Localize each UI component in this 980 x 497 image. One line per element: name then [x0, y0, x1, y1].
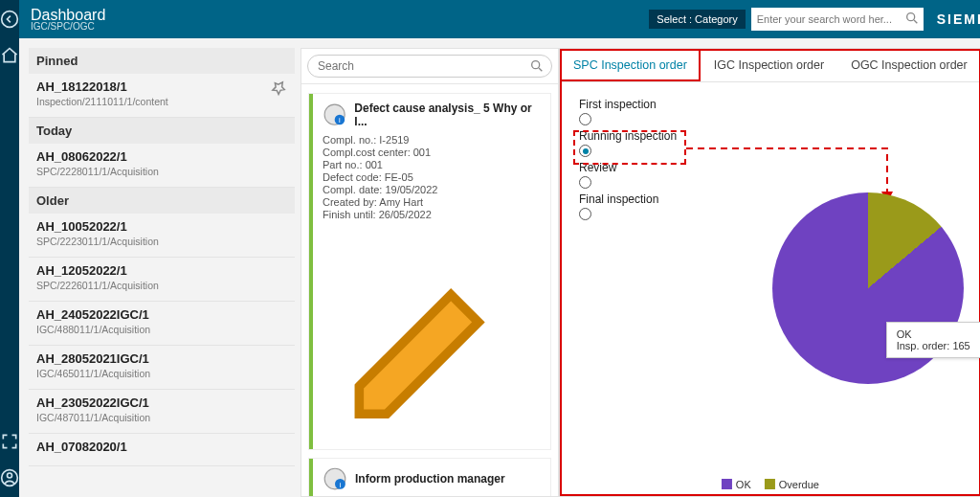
- item-path: SPC/2223011/1/Acquisition: [36, 236, 287, 247]
- tab[interactable]: OGC Inspection order: [837, 49, 980, 81]
- radio-label: Running inspection: [579, 129, 969, 143]
- pin-icon[interactable]: [270, 79, 287, 97]
- top-header: Dashboard IGC/SPC/OGC Select : Category …: [19, 0, 980, 38]
- svg-point-3: [906, 13, 914, 21]
- global-search-input[interactable]: [751, 8, 924, 31]
- pinned-panel: PinnedAH_18122018/1Inspection/2111011/1/…: [19, 38, 301, 497]
- item-name: AH_23052022IGC/1: [36, 395, 287, 410]
- action-card[interactable]: iDefect cause analysis_ 5 Why or I...Com…: [309, 94, 550, 449]
- kv: Compl.cost center: 001: [323, 147, 543, 158]
- list-item[interactable]: AH_07082020/1: [29, 434, 295, 466]
- info-icon: i: [323, 466, 347, 491]
- home-icon[interactable]: [0, 46, 19, 65]
- kv: Compl. date: 19/05/2022: [323, 184, 543, 195]
- tooltip-line: Insp. order: 165: [897, 340, 970, 351]
- search-icon[interactable]: [904, 11, 920, 26]
- left-rail: [0, 0, 19, 497]
- radio-input[interactable]: [579, 208, 591, 220]
- item-path: Inspection/2111011/1/content: [36, 96, 287, 107]
- svg-point-0: [2, 11, 18, 28]
- back-icon[interactable]: [0, 10, 19, 29]
- kv: Created by: Amy Hart: [323, 196, 543, 208]
- actions-panel: iDefect cause analysis_ 5 Why or I...Com…: [301, 48, 559, 497]
- list-item[interactable]: AH_23052022IGC/1IGC/487011/1/Acquisition: [29, 390, 295, 434]
- user-icon[interactable]: [0, 468, 19, 487]
- detail-panel: SPC Inspection orderIGC Inspection order…: [559, 48, 980, 497]
- list-item[interactable]: AH_24052022IGC/1IGC/488011/1/Acquisition: [29, 302, 295, 346]
- kv: Part no.: 001: [323, 159, 543, 170]
- kv: Defect code: FE-05: [323, 171, 543, 183]
- chart-tooltip: OK Insp. order: 165: [886, 322, 980, 358]
- page-subtitle: IGC/SPC/OGC: [31, 21, 105, 32]
- fullscreen-icon[interactable]: [0, 432, 19, 451]
- item-path: IGC/465011/1/Acquisition: [36, 368, 287, 379]
- item-name: AH_24052022IGC/1: [36, 307, 287, 322]
- item-name: AH_07082020/1: [36, 440, 287, 454]
- list-item[interactable]: AH_28052021IGC/1IGC/465011/1/Acquisition: [29, 346, 295, 390]
- section-header: Today: [29, 118, 295, 144]
- tab[interactable]: SPC Inspection order: [560, 49, 701, 81]
- tooltip-line: OK: [897, 328, 970, 340]
- svg-point-4: [532, 61, 540, 69]
- item-path: IGC/488011/1/Acquisition: [36, 324, 287, 335]
- section-header: Older: [29, 188, 295, 214]
- item-name: AH_28052021IGC/1: [36, 351, 287, 366]
- item-path: SPC/2226011/1/Acquisition: [36, 280, 287, 291]
- radio-input[interactable]: [579, 176, 591, 189]
- radio-label: Review: [579, 161, 969, 174]
- brand-logo: SIEMENS: [937, 11, 980, 27]
- kv: Finish until: 26/05/2022: [323, 209, 543, 220]
- tab[interactable]: IGC Inspection order: [701, 49, 837, 81]
- list-item[interactable]: AH_18122018/1Inspection/2111011/1/conten…: [29, 74, 295, 118]
- info-icon: i: [323, 102, 346, 127]
- radio-input[interactable]: [579, 145, 591, 157]
- radio-option[interactable]: Running inspection: [579, 129, 969, 157]
- kv: Compl. no.: I-2519: [323, 134, 543, 146]
- action-title: Defect cause analysis_ 5 Why or I...: [354, 102, 543, 128]
- item-name: AH_08062022/1: [36, 149, 287, 164]
- item-name: AH_12052022/1: [36, 263, 287, 278]
- radio-option[interactable]: Review: [579, 161, 969, 189]
- edit-icon[interactable]: [323, 221, 543, 441]
- legend-ok: OK: [736, 479, 751, 490]
- radio-option[interactable]: First inspection: [579, 98, 969, 125]
- item-name: AH_10052022/1: [36, 219, 287, 234]
- list-item[interactable]: AH_12052022/1SPC/2226011/1/Acquisition: [29, 258, 295, 302]
- list-item[interactable]: AH_10052022/1SPC/2223011/1/Acquisition: [29, 214, 295, 258]
- action-title: Inform production manager: [355, 472, 505, 486]
- svg-point-2: [8, 473, 12, 478]
- search-icon[interactable]: [529, 58, 545, 74]
- list-item[interactable]: AH_08062022/1SPC/2228011/1/Acquisition: [29, 144, 295, 188]
- actions-search-input[interactable]: [307, 55, 552, 78]
- radio-input[interactable]: [579, 113, 591, 125]
- item-name: AH_18122018/1: [36, 79, 287, 94]
- radio-label: First inspection: [579, 98, 969, 111]
- section-header: Pinned: [29, 48, 295, 74]
- chart-legend: OK Overdue: [722, 478, 819, 490]
- item-path: IGC/487011/1/Acquisition: [36, 412, 287, 423]
- legend-overdue: Overdue: [779, 479, 819, 490]
- select-category-button[interactable]: Select : Category: [649, 10, 745, 29]
- action-card[interactable]: iInform production managerCompl. no.: I-…: [309, 459, 550, 496]
- item-path: SPC/2228011/1/Acquisition: [36, 166, 287, 177]
